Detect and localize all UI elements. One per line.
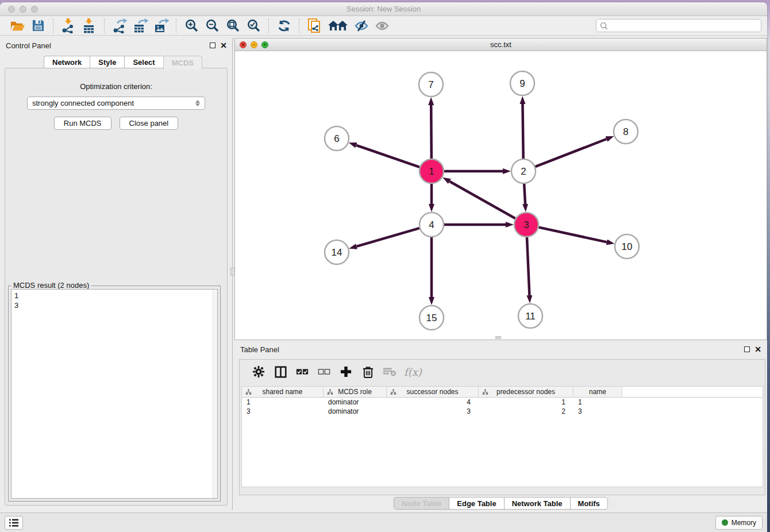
- graph-node-6[interactable]: 6: [325, 126, 349, 151]
- deselect-all-icon[interactable]: [316, 364, 332, 380]
- tab-network-table[interactable]: Network Table: [504, 497, 570, 510]
- tab-node-table[interactable]: Node Table: [394, 497, 449, 510]
- graph-node-1[interactable]: 1: [419, 159, 444, 183]
- network-minimize-icon[interactable]: −: [251, 41, 257, 48]
- save-session-icon[interactable]: [29, 18, 47, 34]
- mcds-result-text[interactable]: 1 3: [11, 289, 218, 499]
- edge-3-1[interactable]: [449, 182, 515, 219]
- table-cell[interactable]: dominator: [324, 407, 387, 416]
- edge-4-14[interactable]: [357, 228, 419, 246]
- apply-layout-icon[interactable]: [275, 18, 292, 34]
- tab-style[interactable]: Style: [90, 56, 124, 68]
- export-network-icon[interactable]: [111, 18, 128, 34]
- graph-node-11[interactable]: 11: [518, 304, 542, 328]
- zoom-window-icon[interactable]: [31, 6, 38, 13]
- graph-node-4[interactable]: 4: [419, 213, 444, 237]
- import-table-icon[interactable]: [80, 18, 98, 34]
- graph-node-8[interactable]: 8: [614, 119, 638, 144]
- edge-3-10[interactable]: [538, 228, 606, 242]
- canvas-resize-grip[interactable]: [495, 336, 501, 339]
- window-controls: [8, 6, 38, 13]
- panel-splitter[interactable]: [232, 38, 234, 510]
- graph-node-9[interactable]: 9: [510, 71, 534, 95]
- tab-edge-table[interactable]: Edge Table: [449, 497, 503, 510]
- graph-node-7[interactable]: 7: [419, 72, 443, 97]
- zoom-selected-icon[interactable]: [245, 18, 262, 34]
- table-cell[interactable]: 3: [387, 407, 479, 416]
- svg-text:9: 9: [519, 78, 525, 89]
- duplicate-network-icon[interactable]: [306, 18, 323, 34]
- task-history-button[interactable]: [5, 516, 23, 530]
- tab-mcds[interactable]: MCDS: [163, 56, 202, 70]
- float-table-panel-icon[interactable]: [744, 346, 750, 352]
- network-view-window: ✕ − + scc.txt 7968124314101511: [234, 38, 767, 340]
- table-cell[interactable]: 4: [387, 398, 479, 407]
- tab-select[interactable]: Select: [124, 56, 163, 68]
- table-cell[interactable]: 3: [573, 407, 622, 416]
- result-scrollbar[interactable]: [213, 290, 217, 498]
- add-row-icon[interactable]: [338, 364, 354, 380]
- edge-2-8[interactable]: [536, 139, 607, 167]
- network-close-icon[interactable]: ✕: [240, 41, 247, 48]
- show-graphics-details-icon[interactable]: [374, 18, 391, 34]
- table-cell[interactable]: 1: [479, 398, 573, 407]
- zoom-out-icon[interactable]: [203, 18, 221, 34]
- table-panel: Table Panel ✕: [234, 342, 767, 510]
- delete-row-icon[interactable]: [360, 364, 376, 380]
- svg-text:10: 10: [622, 241, 633, 252]
- network-zoom-icon[interactable]: +: [261, 41, 268, 48]
- search-box[interactable]: [596, 19, 761, 32]
- tab-network[interactable]: Network: [44, 56, 90, 68]
- graph-node-3[interactable]: 3: [514, 213, 538, 237]
- search-input[interactable]: [608, 22, 757, 30]
- memory-button[interactable]: Memory: [715, 516, 763, 530]
- graph-node-14[interactable]: 14: [325, 240, 349, 264]
- minimize-window-icon[interactable]: [20, 6, 26, 13]
- optimization-criterion-select[interactable]: strongly connected component: [27, 97, 205, 110]
- table-cell[interactable]: dominator: [324, 398, 387, 407]
- table-cell[interactable]: 1: [242, 398, 324, 407]
- table-cell[interactable]: 1: [573, 398, 622, 407]
- column-header-MCDS-role[interactable]: MCDS role: [324, 387, 387, 397]
- select-all-icon[interactable]: [294, 364, 310, 380]
- network-graph[interactable]: 7968124314101511: [235, 51, 767, 340]
- svg-text:7: 7: [428, 79, 433, 90]
- edge-3-11[interactable]: [527, 237, 529, 295]
- table-row[interactable]: 3dominator323: [242, 407, 763, 416]
- graph-node-15[interactable]: 15: [419, 306, 444, 330]
- float-panel-icon[interactable]: [210, 43, 215, 48]
- edge-2-3[interactable]: [524, 184, 525, 204]
- edge-2-9[interactable]: [522, 104, 523, 159]
- import-network-icon[interactable]: [60, 18, 77, 34]
- svg-text:2: 2: [521, 166, 526, 177]
- toggle-columns-icon[interactable]: [272, 364, 288, 380]
- session-home-icon[interactable]: [326, 18, 349, 34]
- table-row[interactable]: 1dominator411: [242, 398, 763, 407]
- delete-table-icon: [382, 364, 398, 380]
- main-toolbar: [0, 16, 767, 36]
- table-cell[interactable]: 3: [242, 407, 324, 416]
- column-header-name[interactable]: name: [573, 387, 622, 397]
- column-header-shared-name[interactable]: shared name: [242, 387, 324, 397]
- close-panel-button[interactable]: Close panel: [120, 117, 179, 130]
- zoom-fit-icon[interactable]: [224, 18, 241, 34]
- graph-node-2[interactable]: 2: [511, 159, 536, 183]
- graph-node-10[interactable]: 10: [615, 234, 639, 259]
- hide-graphics-details-icon[interactable]: [353, 18, 370, 34]
- export-table-icon[interactable]: [132, 18, 149, 34]
- tab-motifs[interactable]: Motifs: [570, 497, 608, 510]
- close-panel-icon[interactable]: ✕: [220, 43, 227, 48]
- column-header-predecessor-nodes[interactable]: predecessor nodes: [479, 387, 573, 397]
- export-image-icon[interactable]: [152, 18, 170, 34]
- edge-1-7[interactable]: [431, 105, 432, 159]
- close-window-icon[interactable]: [8, 6, 15, 13]
- network-canvas[interactable]: 7968124314101511: [235, 51, 767, 340]
- column-header-successor-nodes[interactable]: successor nodes: [387, 387, 479, 397]
- close-table-panel-icon[interactable]: ✕: [754, 346, 761, 352]
- open-session-icon[interactable]: [9, 18, 26, 34]
- edge-1-6[interactable]: [356, 145, 419, 167]
- run-mcds-button[interactable]: Run MCDS: [54, 117, 111, 130]
- zoom-in-icon[interactable]: [183, 18, 200, 34]
- table-settings-icon[interactable]: [251, 364, 267, 380]
- table-cell[interactable]: 2: [479, 407, 573, 416]
